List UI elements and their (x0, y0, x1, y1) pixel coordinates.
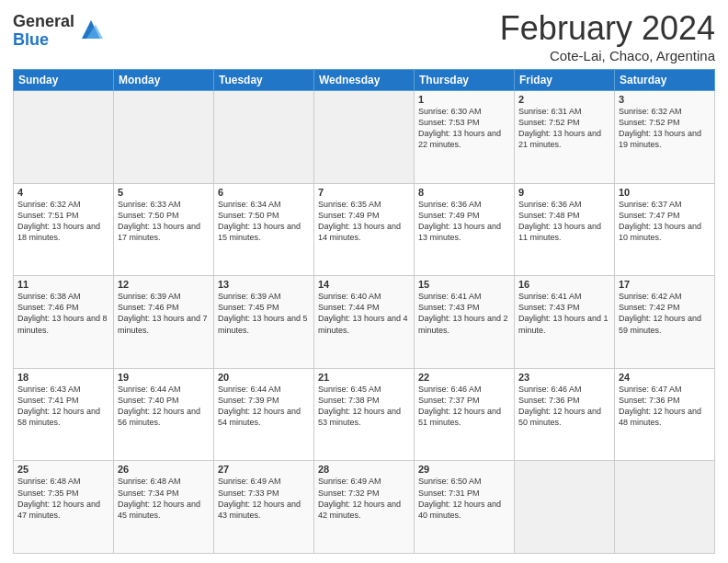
day-number: 15 (418, 279, 510, 290)
day-info: Sunrise: 6:32 AM Sunset: 7:51 PM Dayligh… (17, 199, 109, 244)
table-row: 4Sunrise: 6:32 AM Sunset: 7:51 PM Daylig… (14, 183, 114, 276)
day-info: Sunrise: 6:41 AM Sunset: 7:43 PM Dayligh… (518, 291, 610, 336)
table-row: 7Sunrise: 6:35 AM Sunset: 7:49 PM Daylig… (314, 183, 415, 276)
col-wednesday: Wednesday (314, 70, 415, 91)
day-info: Sunrise: 6:30 AM Sunset: 7:53 PM Dayligh… (418, 106, 510, 151)
table-row: 15Sunrise: 6:41 AM Sunset: 7:43 PM Dayli… (415, 276, 515, 369)
title-block: February 2024 Cote-Lai, Chaco, Argentina (500, 9, 715, 63)
day-info: Sunrise: 6:47 AM Sunset: 7:36 PM Dayligh… (619, 384, 711, 429)
day-info: Sunrise: 6:38 AM Sunset: 7:46 PM Dayligh… (17, 291, 109, 336)
day-info: Sunrise: 6:44 AM Sunset: 7:40 PM Dayligh… (118, 384, 210, 429)
logo-text: General Blue (13, 13, 74, 50)
table-row: 3Sunrise: 6:32 AM Sunset: 7:52 PM Daylig… (615, 91, 715, 184)
day-info: Sunrise: 6:48 AM Sunset: 7:34 PM Dayligh… (118, 476, 210, 521)
day-info: Sunrise: 6:40 AM Sunset: 7:44 PM Dayligh… (318, 291, 410, 336)
day-info: Sunrise: 6:43 AM Sunset: 7:41 PM Dayligh… (17, 384, 109, 429)
day-number: 2 (518, 94, 610, 105)
table-row: 17Sunrise: 6:42 AM Sunset: 7:42 PM Dayli… (615, 276, 715, 369)
table-row (114, 91, 214, 184)
day-number: 23 (518, 372, 610, 383)
day-number: 11 (17, 279, 109, 290)
table-row: 18Sunrise: 6:43 AM Sunset: 7:41 PM Dayli… (14, 368, 114, 461)
table-row: 5Sunrise: 6:33 AM Sunset: 7:50 PM Daylig… (114, 183, 214, 276)
day-number: 26 (118, 464, 210, 475)
day-info: Sunrise: 6:39 AM Sunset: 7:46 PM Dayligh… (118, 291, 210, 336)
day-info: Sunrise: 6:34 AM Sunset: 7:50 PM Dayligh… (218, 199, 310, 244)
table-row: 23Sunrise: 6:46 AM Sunset: 7:36 PM Dayli… (515, 368, 615, 461)
table-row: 25Sunrise: 6:48 AM Sunset: 7:35 PM Dayli… (14, 461, 114, 554)
day-info: Sunrise: 6:50 AM Sunset: 7:31 PM Dayligh… (418, 476, 510, 521)
day-info: Sunrise: 6:37 AM Sunset: 7:47 PM Dayligh… (619, 199, 711, 244)
table-row: 24Sunrise: 6:47 AM Sunset: 7:36 PM Dayli… (615, 368, 715, 461)
day-number: 28 (318, 464, 410, 475)
col-saturday: Saturday (615, 70, 715, 91)
table-row: 21Sunrise: 6:45 AM Sunset: 7:38 PM Dayli… (314, 368, 415, 461)
day-info: Sunrise: 6:49 AM Sunset: 7:33 PM Dayligh… (218, 476, 310, 521)
day-number: 5 (118, 187, 210, 198)
table-row: 27Sunrise: 6:49 AM Sunset: 7:33 PM Dayli… (214, 461, 314, 554)
calendar-table: Sunday Monday Tuesday Wednesday Thursday… (13, 69, 715, 554)
day-number: 7 (318, 187, 410, 198)
day-number: 8 (418, 187, 510, 198)
month-title: February 2024 (500, 9, 715, 48)
day-info: Sunrise: 6:36 AM Sunset: 7:49 PM Dayligh… (418, 199, 510, 244)
table-row (214, 91, 314, 184)
subtitle: Cote-Lai, Chaco, Argentina (500, 48, 715, 63)
day-info: Sunrise: 6:35 AM Sunset: 7:49 PM Dayligh… (318, 199, 410, 244)
day-info: Sunrise: 6:42 AM Sunset: 7:42 PM Dayligh… (619, 291, 711, 336)
day-number: 16 (518, 279, 610, 290)
table-row: 2Sunrise: 6:31 AM Sunset: 7:52 PM Daylig… (515, 91, 615, 184)
day-number: 1 (418, 94, 510, 105)
col-tuesday: Tuesday (214, 70, 314, 91)
table-row: 19Sunrise: 6:44 AM Sunset: 7:40 PM Dayli… (114, 368, 214, 461)
table-row (615, 461, 715, 554)
table-row: 13Sunrise: 6:39 AM Sunset: 7:45 PM Dayli… (214, 276, 314, 369)
logo: General Blue (13, 13, 105, 50)
table-row: 26Sunrise: 6:48 AM Sunset: 7:34 PM Dayli… (114, 461, 214, 554)
day-info: Sunrise: 6:41 AM Sunset: 7:43 PM Dayligh… (418, 291, 510, 336)
day-info: Sunrise: 6:36 AM Sunset: 7:48 PM Dayligh… (518, 199, 610, 244)
table-row (515, 461, 615, 554)
day-number: 3 (619, 94, 711, 105)
table-row: 22Sunrise: 6:46 AM Sunset: 7:37 PM Dayli… (415, 368, 515, 461)
table-row: 6Sunrise: 6:34 AM Sunset: 7:50 PM Daylig… (214, 183, 314, 276)
day-number: 20 (218, 372, 310, 383)
day-number: 29 (418, 464, 510, 475)
page: General Blue February 2024 Cote-Lai, Cha… (0, 0, 728, 563)
table-row: 12Sunrise: 6:39 AM Sunset: 7:46 PM Dayli… (114, 276, 214, 369)
day-info: Sunrise: 6:46 AM Sunset: 7:36 PM Dayligh… (518, 384, 610, 429)
day-number: 10 (619, 187, 711, 198)
day-number: 4 (17, 187, 109, 198)
table-row (314, 91, 415, 184)
col-monday: Monday (114, 70, 214, 91)
day-number: 18 (17, 372, 109, 383)
day-number: 19 (118, 372, 210, 383)
table-row: 16Sunrise: 6:41 AM Sunset: 7:43 PM Dayli… (515, 276, 615, 369)
day-number: 22 (418, 372, 510, 383)
logo-blue: Blue (13, 31, 74, 50)
table-row: 8Sunrise: 6:36 AM Sunset: 7:49 PM Daylig… (415, 183, 515, 276)
day-number: 12 (118, 279, 210, 290)
day-info: Sunrise: 6:46 AM Sunset: 7:37 PM Dayligh… (418, 384, 510, 429)
day-info: Sunrise: 6:44 AM Sunset: 7:39 PM Dayligh… (218, 384, 310, 429)
day-number: 21 (318, 372, 410, 383)
table-row: 1Sunrise: 6:30 AM Sunset: 7:53 PM Daylig… (415, 91, 515, 184)
table-row: 29Sunrise: 6:50 AM Sunset: 7:31 PM Dayli… (415, 461, 515, 554)
col-friday: Friday (515, 70, 615, 91)
table-row (14, 91, 114, 184)
table-row: 14Sunrise: 6:40 AM Sunset: 7:44 PM Dayli… (314, 276, 415, 369)
logo-general: General (13, 13, 74, 31)
day-number: 25 (17, 464, 109, 475)
table-row: 9Sunrise: 6:36 AM Sunset: 7:48 PM Daylig… (515, 183, 615, 276)
day-info: Sunrise: 6:33 AM Sunset: 7:50 PM Dayligh… (118, 199, 210, 244)
day-info: Sunrise: 6:39 AM Sunset: 7:45 PM Dayligh… (218, 291, 310, 336)
day-info: Sunrise: 6:49 AM Sunset: 7:32 PM Dayligh… (318, 476, 410, 521)
table-row: 20Sunrise: 6:44 AM Sunset: 7:39 PM Dayli… (214, 368, 314, 461)
day-info: Sunrise: 6:45 AM Sunset: 7:38 PM Dayligh… (318, 384, 410, 429)
day-info: Sunrise: 6:48 AM Sunset: 7:35 PM Dayligh… (17, 476, 109, 521)
day-number: 24 (619, 372, 711, 383)
day-info: Sunrise: 6:31 AM Sunset: 7:52 PM Dayligh… (518, 106, 610, 151)
col-thursday: Thursday (415, 70, 515, 91)
logo-icon (77, 16, 105, 43)
table-row: 10Sunrise: 6:37 AM Sunset: 7:47 PM Dayli… (615, 183, 715, 276)
